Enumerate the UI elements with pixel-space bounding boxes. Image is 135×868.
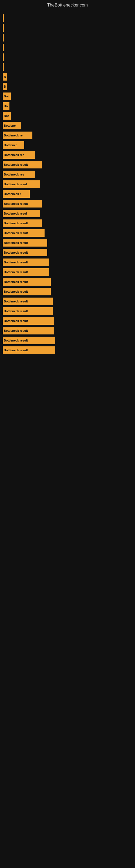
bar: Bottleneck result [3,219,42,227]
bar-row: B [3,73,132,81]
site-title: TheBottlenecker.com [0,0,135,9]
bar-row: Bottleneck re [3,131,132,139]
bar-label: Bottlene [4,124,16,127]
bar: Bo [3,102,9,110]
bar [3,63,4,71]
bar: Bottleneck result [3,239,47,247]
bar-row [3,44,132,51]
bar-label: Bottleneck result [4,261,28,264]
bar-label: Bot [4,95,9,98]
bar-label: Bottleneck res [4,153,24,156]
bar-row [3,24,132,32]
bar-label: Bottlenec [4,144,17,147]
bar-row: Bottleneck result [3,317,132,325]
bar-row [3,63,132,71]
bar-row: Bottleneck result [3,298,132,305]
bar-row: Bottleneck result [3,278,132,286]
bar-row [3,54,132,61]
bar: Bottleneck result [3,288,51,296]
bar-label: Bottleneck result [4,339,28,342]
bar-row: Bottleneck result [3,249,132,256]
bar: Bottlene [3,122,21,129]
bar-label: Bottleneck result [4,231,28,235]
bar-row [3,34,132,41]
bar-row: Bottleneck result [3,161,132,168]
bar-row: Bottleneck res [3,151,132,159]
bar-label: Bot [4,114,9,118]
bar: Bottleneck result [3,327,54,335]
bar-row: Bottleneck result [3,268,132,276]
bar-row: Bottleneck res [3,170,132,178]
bar: Bottleneck r [3,190,30,198]
bar-row: Bottleneck result [3,258,132,266]
bar-label: Bottleneck result [4,202,28,205]
bar-row [3,14,132,22]
bar: Bottleneck result [3,161,42,168]
bar-row: Bottleneck r [3,190,132,198]
bar [3,24,4,32]
bar: Bottleneck result [3,268,49,276]
bar: Bottleneck res [3,151,35,159]
bar-label: Bo [4,104,8,108]
bar [3,54,4,61]
bar-label: Bottleneck result [4,310,28,313]
bar-row: Bottleneck result [3,337,132,344]
bar-row: Bottlene [3,122,132,129]
bar-label: B [4,75,6,79]
bar-label: Bottleneck result [4,241,28,244]
bar: Bottleneck result [3,317,54,325]
bar-label: Bottleneck res [4,173,24,176]
bar-row: Bottleneck result [3,288,132,296]
bar-row: Bottleneck resul [3,210,132,217]
bar-row: Bottleneck result [3,219,132,227]
bar-label: Bottleneck resul [4,212,27,215]
bar: Bottleneck result [3,200,42,208]
bar-label: Bottleneck result [4,329,28,332]
bar-row: Bottleneck result [3,346,132,354]
bar: B [3,73,7,81]
bar-label: Bottleneck re [4,134,23,137]
bar: Bottleneck result [3,337,55,344]
bar: Bottleneck result [3,346,55,354]
bar-row: Bot [3,112,132,120]
bar-label: Bottleneck result [4,280,28,283]
bar-label: Bottleneck r [4,192,21,195]
bar-row: Bottleneck result [3,200,132,208]
bar: Bottleneck result [3,307,53,315]
bar: Bottleneck re [3,131,32,139]
bar-row: Bottleneck result [3,327,132,335]
bar-label: B [4,85,6,88]
bar: Bottleneck result [3,258,49,266]
bar-label: Bottleneck result [4,163,28,166]
bar: Bottleneck resul [3,210,40,217]
bar-label: Bottleneck result [4,290,28,293]
bar-label: Bottleneck result [4,271,28,274]
bar: Bottlenec [3,141,24,149]
bar: Bottleneck result [3,249,47,256]
bar: Bottleneck result [3,229,45,237]
bar: Bottleneck result [3,278,51,286]
bar-row: B [3,83,132,90]
bar [3,44,4,51]
bars-container: BBBotBoBotBottleneBottleneck reBottlenec… [0,9,135,359]
bar-row: Bottleneck resul [3,180,132,188]
bar: Bottleneck resul [3,180,40,188]
bar-label: Bottleneck resul [4,183,27,186]
bar: Bottleneck res [3,170,35,178]
bar: Bottleneck result [3,298,53,305]
bar-row: Bottleneck result [3,307,132,315]
bar-label: Bottleneck result [4,222,28,225]
bar-row: Bot [3,93,132,100]
bar-label: Bottleneck result [4,251,28,254]
bar [3,14,4,22]
bar-row: Bottlenec [3,141,132,149]
bar-label: Bottleneck result [4,348,28,352]
bar [3,34,4,41]
bar-row: Bottleneck result [3,229,132,237]
bar: Bot [3,93,11,100]
bar-row: Bo [3,102,132,110]
bar: B [3,83,7,90]
bar-label: Bottleneck result [4,300,28,303]
bar-row: Bottleneck result [3,239,132,247]
bar: Bot [3,112,11,120]
